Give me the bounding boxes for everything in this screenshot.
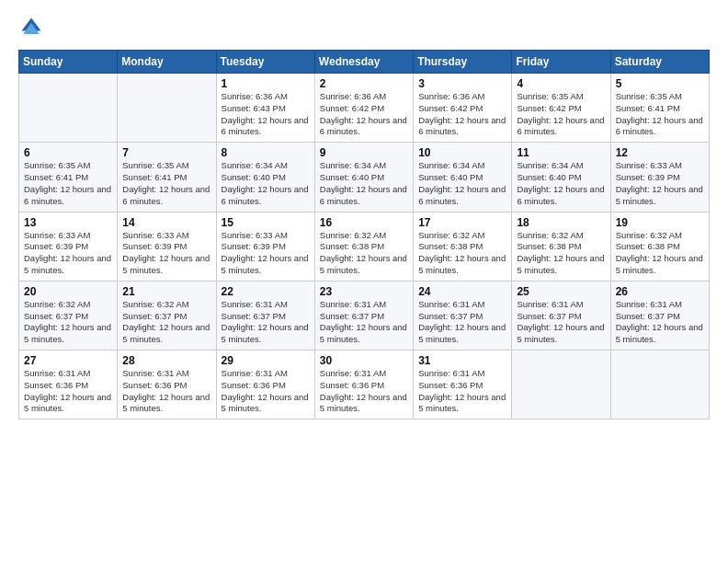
day-detail: Sunrise: 6:31 AM Sunset: 6:37 PM Dayligh… [418, 299, 507, 346]
day-number: 2 [320, 77, 409, 90]
day-detail: Sunrise: 6:31 AM Sunset: 6:36 PM Dayligh… [418, 368, 507, 415]
day-number: 30 [320, 354, 409, 367]
day-detail: Sunrise: 6:32 AM Sunset: 6:38 PM Dayligh… [418, 230, 507, 277]
day-number: 28 [122, 354, 211, 367]
calendar-cell: 24Sunrise: 6:31 AM Sunset: 6:37 PM Dayli… [414, 281, 512, 350]
day-number: 26 [616, 285, 705, 298]
calendar-cell: 27Sunrise: 6:31 AM Sunset: 6:36 PM Dayli… [19, 350, 118, 419]
day-detail: Sunrise: 6:34 AM Sunset: 6:40 PM Dayligh… [320, 160, 409, 207]
calendar-cell: 18Sunrise: 6:32 AM Sunset: 6:38 PM Dayli… [512, 212, 610, 281]
weekday-header-friday: Friday [512, 51, 610, 74]
day-detail: Sunrise: 6:32 AM Sunset: 6:38 PM Dayligh… [616, 230, 705, 277]
day-number: 10 [418, 146, 507, 159]
calendar-cell: 9Sunrise: 6:34 AM Sunset: 6:40 PM Daylig… [314, 143, 413, 212]
day-detail: Sunrise: 6:34 AM Sunset: 6:40 PM Dayligh… [418, 160, 507, 207]
weekday-header-row: SundayMondayTuesdayWednesdayThursdayFrid… [19, 51, 710, 74]
day-detail: Sunrise: 6:31 AM Sunset: 6:37 PM Dayligh… [222, 299, 311, 346]
day-number: 22 [222, 285, 311, 298]
day-number: 21 [122, 285, 211, 298]
calendar-cell: 19Sunrise: 6:32 AM Sunset: 6:38 PM Dayli… [610, 212, 709, 281]
calendar-cell: 15Sunrise: 6:33 AM Sunset: 6:39 PM Dayli… [216, 212, 314, 281]
day-number: 7 [122, 146, 211, 159]
day-detail: Sunrise: 6:31 AM Sunset: 6:37 PM Dayligh… [320, 299, 409, 346]
day-detail: Sunrise: 6:36 AM Sunset: 6:42 PM Dayligh… [320, 91, 409, 138]
calendar-cell: 29Sunrise: 6:31 AM Sunset: 6:36 PM Dayli… [216, 350, 314, 419]
calendar-cell: 5Sunrise: 6:35 AM Sunset: 6:41 PM Daylig… [610, 74, 709, 143]
day-number: 1 [222, 77, 311, 90]
weekday-header-thursday: Thursday [414, 51, 512, 74]
calendar-cell: 28Sunrise: 6:31 AM Sunset: 6:36 PM Dayli… [118, 350, 216, 419]
day-detail: Sunrise: 6:34 AM Sunset: 6:40 PM Dayligh… [517, 160, 606, 207]
day-detail: Sunrise: 6:32 AM Sunset: 6:37 PM Dayligh… [122, 299, 211, 346]
week-row-4: 20Sunrise: 6:32 AM Sunset: 6:37 PM Dayli… [19, 281, 710, 350]
day-detail: Sunrise: 6:32 AM Sunset: 6:38 PM Dayligh… [517, 230, 606, 277]
day-detail: Sunrise: 6:33 AM Sunset: 6:39 PM Dayligh… [222, 230, 311, 277]
day-number: 20 [24, 285, 113, 298]
header [18, 15, 710, 40]
calendar-cell: 25Sunrise: 6:31 AM Sunset: 6:37 PM Dayli… [512, 281, 610, 350]
weekday-header-saturday: Saturday [610, 51, 709, 74]
calendar-table: SundayMondayTuesdayWednesdayThursdayFrid… [18, 50, 710, 419]
calendar-cell [512, 350, 610, 419]
calendar-cell: 14Sunrise: 6:33 AM Sunset: 6:39 PM Dayli… [118, 212, 216, 281]
day-number: 16 [320, 216, 409, 229]
day-detail: Sunrise: 6:34 AM Sunset: 6:40 PM Dayligh… [222, 160, 311, 207]
weekday-header-sunday: Sunday [19, 51, 118, 74]
day-detail: Sunrise: 6:31 AM Sunset: 6:36 PM Dayligh… [24, 368, 113, 415]
day-number: 8 [222, 146, 311, 159]
calendar-cell: 26Sunrise: 6:31 AM Sunset: 6:37 PM Dayli… [610, 281, 709, 350]
calendar-cell: 3Sunrise: 6:36 AM Sunset: 6:42 PM Daylig… [414, 74, 512, 143]
day-detail: Sunrise: 6:31 AM Sunset: 6:37 PM Dayligh… [616, 299, 705, 346]
day-number: 18 [517, 216, 606, 229]
day-detail: Sunrise: 6:31 AM Sunset: 6:37 PM Dayligh… [517, 299, 606, 346]
weekday-header-wednesday: Wednesday [314, 51, 413, 74]
calendar-cell: 17Sunrise: 6:32 AM Sunset: 6:38 PM Dayli… [414, 212, 512, 281]
calendar-cell: 1Sunrise: 6:36 AM Sunset: 6:43 PM Daylig… [216, 74, 314, 143]
day-detail: Sunrise: 6:31 AM Sunset: 6:36 PM Dayligh… [320, 368, 409, 415]
day-number: 11 [517, 146, 606, 159]
day-number: 17 [418, 216, 507, 229]
logo-icon [18, 15, 44, 40]
day-number: 23 [320, 285, 409, 298]
day-number: 12 [616, 146, 705, 159]
calendar-cell [610, 350, 709, 419]
day-number: 3 [418, 77, 507, 90]
day-detail: Sunrise: 6:31 AM Sunset: 6:36 PM Dayligh… [222, 368, 311, 415]
day-detail: Sunrise: 6:31 AM Sunset: 6:36 PM Dayligh… [122, 368, 211, 415]
day-detail: Sunrise: 6:35 AM Sunset: 6:41 PM Dayligh… [616, 91, 705, 138]
day-number: 29 [222, 354, 311, 367]
calendar-cell: 30Sunrise: 6:31 AM Sunset: 6:36 PM Dayli… [314, 350, 413, 419]
day-number: 15 [222, 216, 311, 229]
calendar-cell: 11Sunrise: 6:34 AM Sunset: 6:40 PM Dayli… [512, 143, 610, 212]
day-detail: Sunrise: 6:36 AM Sunset: 6:43 PM Dayligh… [222, 91, 311, 138]
calendar-cell: 31Sunrise: 6:31 AM Sunset: 6:36 PM Dayli… [414, 350, 512, 419]
calendar-cell: 7Sunrise: 6:35 AM Sunset: 6:41 PM Daylig… [118, 143, 216, 212]
day-number: 25 [517, 285, 606, 298]
calendar-cell: 4Sunrise: 6:35 AM Sunset: 6:42 PM Daylig… [512, 74, 610, 143]
calendar-cell: 10Sunrise: 6:34 AM Sunset: 6:40 PM Dayli… [414, 143, 512, 212]
calendar-cell [118, 74, 216, 143]
calendar-cell: 23Sunrise: 6:31 AM Sunset: 6:37 PM Dayli… [314, 281, 413, 350]
day-detail: Sunrise: 6:35 AM Sunset: 6:42 PM Dayligh… [517, 91, 606, 138]
day-detail: Sunrise: 6:33 AM Sunset: 6:39 PM Dayligh… [616, 160, 705, 207]
weekday-header-monday: Monday [118, 51, 216, 74]
day-detail: Sunrise: 6:32 AM Sunset: 6:38 PM Dayligh… [320, 230, 409, 277]
day-number: 13 [24, 216, 113, 229]
day-number: 31 [418, 354, 507, 367]
calendar-cell: 6Sunrise: 6:35 AM Sunset: 6:41 PM Daylig… [19, 143, 118, 212]
logo [18, 15, 48, 40]
week-row-3: 13Sunrise: 6:33 AM Sunset: 6:39 PM Dayli… [19, 212, 710, 281]
day-number: 27 [24, 354, 113, 367]
day-detail: Sunrise: 6:33 AM Sunset: 6:39 PM Dayligh… [24, 230, 113, 277]
calendar-cell: 8Sunrise: 6:34 AM Sunset: 6:40 PM Daylig… [216, 143, 314, 212]
day-detail: Sunrise: 6:35 AM Sunset: 6:41 PM Dayligh… [122, 160, 211, 207]
day-detail: Sunrise: 6:32 AM Sunset: 6:37 PM Dayligh… [24, 299, 113, 346]
page: SundayMondayTuesdayWednesdayThursdayFrid… [0, 0, 728, 563]
day-detail: Sunrise: 6:35 AM Sunset: 6:41 PM Dayligh… [24, 160, 113, 207]
day-detail: Sunrise: 6:33 AM Sunset: 6:39 PM Dayligh… [122, 230, 211, 277]
calendar-cell: 16Sunrise: 6:32 AM Sunset: 6:38 PM Dayli… [314, 212, 413, 281]
day-number: 9 [320, 146, 409, 159]
calendar-cell: 13Sunrise: 6:33 AM Sunset: 6:39 PM Dayli… [19, 212, 118, 281]
calendar-cell: 20Sunrise: 6:32 AM Sunset: 6:37 PM Dayli… [19, 281, 118, 350]
calendar-cell: 21Sunrise: 6:32 AM Sunset: 6:37 PM Dayli… [118, 281, 216, 350]
